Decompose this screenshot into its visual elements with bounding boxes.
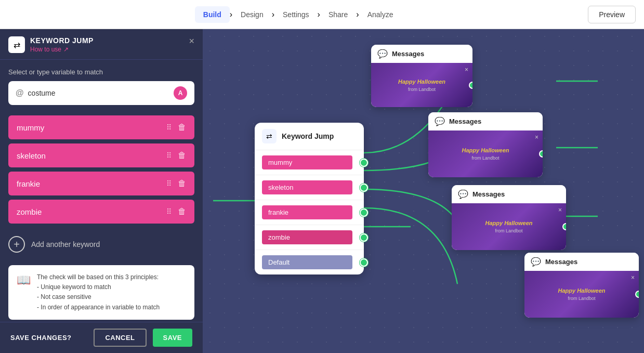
main-area: ⇄ KEYWORD JUMP How to use ↗ × Select or … bbox=[0, 29, 644, 353]
kj-row-frankie: frankie bbox=[255, 200, 364, 225]
tab-settings-label: Settings bbox=[283, 10, 309, 19]
msg-image-2: Happy Halloween from Landbot × bbox=[428, 130, 543, 177]
kj-dot-zombie bbox=[360, 233, 368, 242]
msg-dot-1 bbox=[469, 82, 472, 89]
msg-title-1: Messages bbox=[392, 50, 424, 58]
sidebar-header: ⇄ KEYWORD JUMP How to use ↗ × bbox=[0, 29, 203, 60]
kj-node-icon: ⇄ bbox=[262, 129, 277, 143]
tab-analyze-label: Analyze bbox=[367, 10, 393, 19]
keyword-label-mummy: mummy bbox=[17, 123, 166, 132]
kj-node-title: Keyword Jump bbox=[282, 132, 334, 140]
keyword-jump-icon: ⇄ bbox=[8, 36, 25, 53]
drag-icon-mummy[interactable]: ⠿ bbox=[166, 123, 172, 132]
msg-title-4: Messages bbox=[545, 258, 577, 266]
msg-title-3: Messages bbox=[472, 190, 505, 198]
bubble-icon-3: 💬 bbox=[458, 189, 468, 199]
keyword-label-zombie: zombie bbox=[17, 207, 166, 216]
kj-pill-zombie: zombie bbox=[262, 230, 352, 244]
delete-icon-frankie[interactable]: 🗑 bbox=[178, 179, 186, 188]
close-icon-2[interactable]: × bbox=[535, 134, 538, 141]
kj-dot-skeleton bbox=[360, 184, 368, 192]
kj-row-skeleton: skeleton bbox=[255, 175, 364, 200]
cancel-button[interactable]: CANCEL bbox=[94, 329, 146, 347]
keywords-list: mummy ⠿ 🗑 skeleton ⠿ 🗑 frankie bbox=[8, 115, 194, 224]
chevron-icon-4: › bbox=[356, 10, 359, 19]
keyword-actions-zombie: ⠿ 🗑 bbox=[166, 207, 186, 216]
keyword-item-mummy: mummy ⠿ 🗑 bbox=[8, 115, 194, 139]
message-node-2[interactable]: 💬 Messages Happy Halloween from Landbot … bbox=[428, 112, 543, 177]
keyword-label-skeleton: skeleton bbox=[17, 151, 166, 160]
tab-build[interactable]: Build bbox=[195, 6, 230, 23]
delete-icon-zombie[interactable]: 🗑 bbox=[178, 207, 186, 216]
add-keyword-label: Add another keyword bbox=[31, 240, 100, 249]
save-button[interactable]: SAVE bbox=[153, 329, 192, 347]
bubble-icon-4: 💬 bbox=[531, 257, 541, 267]
select-variable-label: Select or type variable to match bbox=[8, 68, 194, 76]
kj-row-mummy: mummy bbox=[255, 150, 364, 175]
sidebar: ⇄ KEYWORD JUMP How to use ↗ × Select or … bbox=[0, 29, 203, 353]
add-keyword-button[interactable]: + Add another keyword bbox=[8, 232, 194, 257]
message-node-1[interactable]: 💬 Messages Happy Halloween from Landbot … bbox=[371, 45, 472, 107]
avatar: A bbox=[174, 86, 187, 100]
kj-dot-default bbox=[360, 258, 368, 267]
preview-button[interactable]: Preview bbox=[588, 6, 636, 23]
tab-share-label: Share bbox=[328, 10, 348, 19]
drag-icon-frankie[interactable]: ⠿ bbox=[166, 179, 172, 188]
kj-pill-frankie: frankie bbox=[262, 205, 352, 219]
message-node-4[interactable]: 💬 Messages Happy Halloween from Landbot … bbox=[524, 253, 639, 318]
kj-dot-mummy bbox=[360, 159, 368, 167]
drag-icon-skeleton[interactable]: ⠿ bbox=[166, 151, 172, 160]
top-navigation: Build › Design › Settings › Share › Anal… bbox=[0, 0, 644, 29]
keyword-label-frankie: frankie bbox=[17, 179, 166, 188]
info-text: The check will be based on this 3 princi… bbox=[37, 272, 160, 312]
delete-icon-mummy[interactable]: 🗑 bbox=[178, 123, 186, 132]
msg-node-header-1: 💬 Messages bbox=[371, 45, 472, 63]
close-icon-4[interactable]: × bbox=[631, 274, 635, 281]
msg-image-3: Happy Halloween from Landbot × bbox=[452, 203, 566, 250]
keyword-item-skeleton: skeleton ⠿ 🗑 bbox=[8, 143, 194, 167]
tab-build-label: Build bbox=[203, 10, 221, 19]
variable-input-container[interactable]: @ A bbox=[8, 81, 194, 105]
kj-dot-frankie bbox=[360, 208, 368, 217]
tab-settings[interactable]: Settings bbox=[274, 6, 318, 23]
tab-design-label: Design bbox=[241, 10, 264, 19]
keyword-actions-mummy: ⠿ 🗑 bbox=[166, 123, 186, 132]
plus-circle-icon: + bbox=[8, 236, 25, 253]
msg-dot-3 bbox=[562, 223, 566, 230]
tab-analyze[interactable]: Analyze bbox=[359, 6, 402, 23]
kj-node-header: ⇄ Keyword Jump bbox=[255, 123, 364, 150]
msg-dot-4 bbox=[635, 291, 639, 298]
kj-row-default: Default bbox=[255, 250, 364, 274]
header-title-group: KEYWORD JUMP How to use ↗ bbox=[30, 36, 94, 53]
msg-node-header-3: 💬 Messages bbox=[452, 185, 566, 203]
nav-tabs: Build › Design › Settings › Share › Anal… bbox=[8, 6, 588, 23]
tab-design[interactable]: Design bbox=[232, 6, 272, 23]
keyword-actions-skeleton: ⠿ 🗑 bbox=[166, 151, 186, 160]
close-button[interactable]: × bbox=[189, 36, 194, 46]
close-icon-1[interactable]: × bbox=[465, 66, 468, 73]
bubble-icon-1: 💬 bbox=[377, 49, 388, 59]
msg-node-header-2: 💬 Messages bbox=[428, 112, 543, 130]
canvas-area[interactable]: ⇄ Keyword Jump mummy skeleton frankie zo… bbox=[203, 29, 644, 353]
sidebar-header-left: ⇄ KEYWORD JUMP How to use ↗ bbox=[8, 36, 94, 53]
how-to-use-link[interactable]: How to use ↗ bbox=[30, 46, 94, 53]
save-actions: CANCEL SAVE bbox=[94, 329, 192, 347]
kj-pill-mummy: mummy bbox=[262, 155, 352, 169]
close-icon-3[interactable]: × bbox=[558, 206, 562, 214]
delete-icon-skeleton[interactable]: 🗑 bbox=[178, 151, 186, 160]
msg-image-1: Happy Halloween from Landbot × bbox=[371, 63, 472, 107]
keyword-jump-node[interactable]: ⇄ Keyword Jump mummy skeleton frankie zo… bbox=[255, 123, 364, 274]
info-box: 📖 The check will be based on this 3 prin… bbox=[8, 265, 194, 320]
sidebar-title: KEYWORD JUMP bbox=[30, 36, 94, 45]
at-sign-icon: @ bbox=[16, 88, 24, 98]
message-node-3[interactable]: 💬 Messages Happy Halloween from Landbot … bbox=[452, 185, 566, 250]
sidebar-content: Select or type variable to match @ A mum… bbox=[0, 60, 203, 322]
keyword-item-zombie: zombie ⠿ 🗑 bbox=[8, 200, 194, 224]
drag-icon-zombie[interactable]: ⠿ bbox=[166, 207, 172, 216]
msg-title-2: Messages bbox=[449, 117, 481, 125]
tab-share[interactable]: Share bbox=[320, 6, 356, 23]
variable-input[interactable] bbox=[28, 89, 169, 97]
msg-node-header-4: 💬 Messages bbox=[524, 253, 639, 271]
kj-row-zombie: zombie bbox=[255, 225, 364, 250]
save-changes-label: SAVE CHANGES? bbox=[10, 334, 72, 342]
